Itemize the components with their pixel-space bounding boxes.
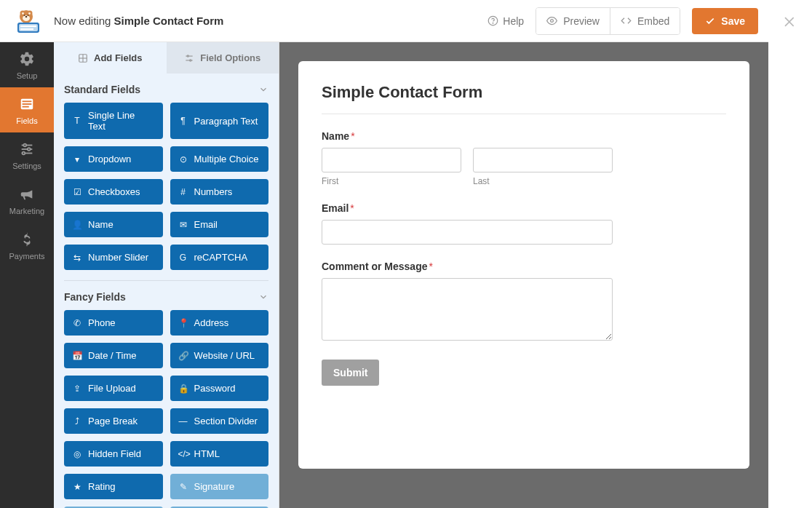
field-email[interactable]: ✉Email <box>170 212 269 237</box>
phone-icon: ✆ <box>72 318 82 328</box>
help-link[interactable]: Help <box>487 15 524 27</box>
list-icon <box>18 96 36 112</box>
field-name[interactable]: 👤Name <box>64 212 163 237</box>
nav-label: Fields <box>16 116 37 125</box>
last-name-input[interactable] <box>473 148 613 172</box>
chevron-down-icon <box>258 292 268 302</box>
field-label: Name <box>88 219 114 230</box>
nav-setup[interactable]: Setup <box>0 42 54 87</box>
nav-label: Setup <box>17 71 38 80</box>
field-section-divider[interactable]: —Section Divider <box>170 408 269 434</box>
section-title: Standard Fields <box>64 84 140 95</box>
svg-rect-11 <box>20 25 36 27</box>
page-break-icon: ⤴ <box>72 416 82 426</box>
svg-rect-12 <box>20 28 33 30</box>
svg-rect-18 <box>23 103 32 105</box>
tab-label: Field Options <box>200 52 260 63</box>
section-standard-fields[interactable]: Standard Fields <box>54 74 279 103</box>
comment-textarea[interactable] <box>322 278 613 341</box>
nav-label: Marketing <box>9 207 44 215</box>
required-mark: * <box>351 130 354 142</box>
field-numbers[interactable]: #Numbers <box>170 179 269 205</box>
field-dropdown[interactable]: ▾Dropdown <box>64 146 163 172</box>
gear-icon <box>19 51 35 67</box>
field-label: Website / URL <box>194 350 255 361</box>
field-label: Page Break <box>88 416 138 426</box>
field-label: Dropdown <box>88 154 131 164</box>
svg-point-8 <box>28 15 29 16</box>
required-mark: * <box>429 261 432 272</box>
wpforms-logo <box>10 8 42 34</box>
svg-point-15 <box>551 20 554 23</box>
field-phone[interactable]: ✆Phone <box>64 310 163 336</box>
field-label: Paragraph Text <box>194 116 258 127</box>
nav-label: Payments <box>9 252 45 261</box>
numbers-icon: # <box>178 187 188 197</box>
field-page-break[interactable]: ⤴Page Break <box>64 408 163 434</box>
field-rating[interactable]: ★Rating <box>64 474 163 499</box>
svg-point-21 <box>23 144 26 147</box>
field-date-time[interactable]: 📅Date / Time <box>64 343 163 368</box>
last-sublabel: Last <box>473 176 613 186</box>
embed-label: Embed <box>637 15 669 27</box>
tab-field-options[interactable]: Field Options <box>167 42 279 74</box>
number-slider-icon: ⇆ <box>72 253 82 263</box>
field-label: Checkboxes <box>88 186 140 197</box>
field-label: Email <box>194 219 218 230</box>
nav-payments[interactable]: Payments <box>0 223 54 268</box>
nav-marketing[interactable]: Marketing <box>0 178 54 223</box>
sliders-icon <box>184 53 194 63</box>
help-icon <box>487 15 498 26</box>
field-multiple-choice[interactable]: ⊙Multiple Choice <box>170 146 269 172</box>
close-button[interactable] <box>783 15 797 29</box>
field-html[interactable]: </>HTML <box>170 441 269 467</box>
close-icon <box>783 15 797 29</box>
field-label: Phone <box>88 317 116 328</box>
field-number-slider[interactable]: ⇆Number Slider <box>64 245 163 270</box>
first-name-input[interactable] <box>322 148 461 172</box>
submit-button[interactable]: Submit <box>322 360 379 386</box>
field-label: Section Divider <box>194 416 258 426</box>
builder-canvas: Simple Contact Form Name* First <box>279 42 768 508</box>
save-button[interactable]: Save <box>692 8 758 34</box>
field-website-url[interactable]: 🔗Website / URL <box>170 343 269 368</box>
field-label: Signature <box>194 481 235 492</box>
website-url-icon: 🔗 <box>178 351 188 361</box>
sliders-icon <box>19 141 35 157</box>
save-label: Save <box>721 15 745 27</box>
nav-settings[interactable]: Settings <box>0 132 54 178</box>
field-paragraph-text[interactable]: ¶Paragraph Text <box>170 103 269 139</box>
dollar-icon <box>19 231 35 247</box>
svg-point-7 <box>24 15 25 16</box>
rating-icon: ★ <box>72 482 82 492</box>
field-password[interactable]: 🔒Password <box>170 376 269 401</box>
hidden-field-icon: ◎ <box>72 449 82 459</box>
field-signature[interactable]: ✎Signature <box>170 474 269 499</box>
page-title: Now editing Simple Contact Form <box>54 15 223 27</box>
comment-label: Comment or Message* <box>322 261 613 272</box>
field-file-upload[interactable]: ⇪File Upload <box>64 376 163 401</box>
preview-button[interactable]: Preview <box>536 8 610 34</box>
file-upload-icon: ⇪ <box>72 384 82 394</box>
checkboxes-icon: ☑ <box>72 187 82 197</box>
nav-fields[interactable]: Fields <box>0 87 54 132</box>
preview-label: Preview <box>563 15 600 27</box>
field-hidden-field[interactable]: ◎Hidden Field <box>64 441 163 467</box>
field-recaptcha[interactable]: GreCAPTCHA <box>170 245 269 270</box>
email-input[interactable] <box>322 220 613 245</box>
field-address[interactable]: 📍Address <box>170 310 269 336</box>
side-panel: Add Fields Field Options Standard Fields <box>54 42 279 508</box>
name-label: Name* <box>322 130 613 142</box>
field-single-line-text[interactable]: TSingle Line Text <box>64 103 163 139</box>
name-icon: 👤 <box>72 220 82 230</box>
section-title: Fancy Fields <box>64 291 126 303</box>
embed-button[interactable]: Embed <box>610 8 680 34</box>
code-icon <box>621 15 632 26</box>
svg-point-3 <box>22 12 24 15</box>
field-label: Hidden Field <box>88 448 141 459</box>
nav-label: Settings <box>12 162 41 170</box>
section-fancy-fields[interactable]: Fancy Fields <box>54 281 279 310</box>
tab-add-fields[interactable]: Add Fields <box>54 42 167 74</box>
dropdown-icon: ▾ <box>72 154 82 164</box>
field-checkboxes[interactable]: ☑Checkboxes <box>64 179 163 205</box>
